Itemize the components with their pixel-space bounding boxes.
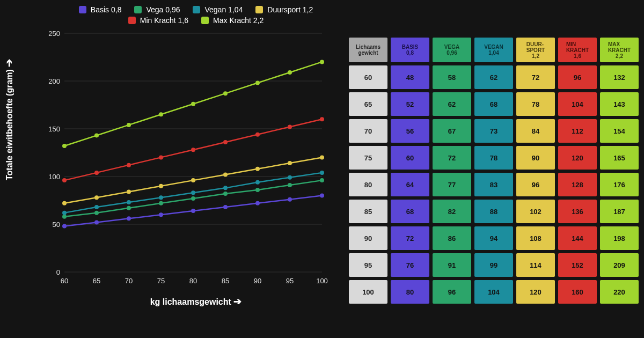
table-header: VEGA0,96 — [433, 38, 471, 62]
legend-swatch — [201, 17, 209, 24]
table-cell: 82 — [433, 200, 471, 223]
table-cell: 120 — [516, 280, 555, 304]
table-cell: 209 — [600, 253, 639, 277]
table-weight-cell: 100 — [349, 280, 387, 304]
legend-item: Duursport 1,2 — [255, 5, 313, 14]
table-cell: 144 — [558, 226, 597, 250]
table-cell: 143 — [600, 92, 639, 116]
svg-point-23 — [320, 178, 324, 182]
table-cell: 94 — [474, 226, 513, 250]
svg-point-9 — [159, 212, 163, 217]
table-cell: 112 — [558, 119, 597, 143]
table-cell: 78 — [516, 92, 555, 116]
legend-swatch — [134, 6, 142, 13]
svg-point-16 — [94, 211, 99, 215]
table-cell: 120 — [558, 146, 597, 170]
svg-point-49 — [288, 124, 292, 129]
table-cell: 152 — [558, 253, 597, 277]
svg-point-58 — [288, 70, 292, 75]
y-tick: 200 — [39, 77, 60, 85]
svg-point-43 — [94, 171, 99, 175]
svg-point-22 — [288, 183, 292, 187]
table-cell: 99 — [474, 253, 513, 277]
table-cell: 96 — [558, 65, 597, 89]
svg-point-25 — [94, 205, 99, 209]
table-cell: 80 — [391, 280, 429, 304]
svg-point-41 — [320, 155, 324, 159]
svg-point-24 — [62, 211, 67, 215]
y-tick: 0 — [39, 268, 60, 276]
svg-point-44 — [127, 163, 131, 167]
svg-point-10 — [191, 209, 195, 213]
table-header: DUUR- SPORT1,2 — [516, 38, 555, 62]
table-cell: 96 — [516, 173, 555, 196]
table-cell: 128 — [558, 173, 597, 196]
table-cell: 62 — [474, 65, 513, 89]
legend-item: Vegan 1,04 — [193, 5, 243, 14]
svg-point-11 — [223, 205, 228, 209]
svg-point-51 — [62, 144, 67, 148]
table-cell: 102 — [516, 200, 555, 223]
table-cell: 108 — [516, 226, 555, 250]
table-cell: 58 — [433, 65, 471, 89]
arrow-icon: ➔ — [233, 296, 241, 307]
svg-point-34 — [94, 195, 99, 200]
table-cell: 198 — [600, 226, 639, 250]
x-tick: 65 — [93, 277, 100, 285]
x-axis-label: kg lichaamsgewicht ➔ — [21, 296, 338, 307]
table-header: BASIS0,8 — [391, 38, 429, 62]
svg-point-12 — [255, 201, 260, 205]
svg-point-28 — [191, 190, 195, 195]
table-header-weight: Lichaamsgewicht — [349, 38, 387, 62]
svg-point-35 — [127, 189, 131, 194]
legend-label: Min Kracht 1,6 — [140, 16, 188, 25]
svg-point-40 — [288, 161, 292, 165]
table-cell: 91 — [433, 253, 471, 277]
svg-point-27 — [159, 195, 163, 200]
table-cell: 77 — [433, 173, 471, 196]
y-tick: 100 — [39, 173, 60, 181]
legend-label: Max Kracht 2,2 — [213, 16, 264, 25]
svg-point-47 — [223, 140, 228, 144]
legend-label: Duursport 1,2 — [267, 5, 313, 14]
table-cell: 176 — [600, 173, 639, 196]
table-weight-cell: 60 — [349, 65, 387, 89]
svg-point-30 — [255, 180, 260, 185]
table-cell: 187 — [600, 200, 639, 223]
table-header: MAX KRACHT2,2 — [600, 38, 639, 62]
table-weight-cell: 80 — [349, 173, 387, 196]
svg-point-7 — [94, 220, 99, 224]
x-tick: 80 — [189, 277, 197, 285]
svg-point-8 — [127, 216, 131, 221]
y-tick: 250 — [39, 30, 60, 38]
table-cell: 132 — [600, 65, 639, 89]
table-weight-cell: 85 — [349, 200, 387, 223]
table-cell: 72 — [516, 65, 555, 89]
svg-point-39 — [255, 167, 260, 171]
table-cell: 220 — [600, 280, 639, 304]
table-cell: 48 — [391, 65, 429, 89]
table-cell: 114 — [516, 253, 555, 277]
legend-swatch — [255, 6, 263, 13]
table-weight-cell: 90 — [349, 226, 387, 250]
x-tick: 70 — [125, 277, 133, 285]
table-cell: 60 — [391, 146, 429, 170]
svg-point-6 — [62, 224, 67, 229]
legend-label: Basis 0,8 — [91, 5, 122, 14]
x-tick: 95 — [286, 277, 294, 285]
legend-swatch — [79, 6, 86, 13]
svg-point-54 — [159, 112, 163, 116]
legend-item: Min Kracht 1,6 — [128, 16, 188, 25]
legend-item: Basis 0,8 — [79, 5, 122, 14]
svg-point-19 — [191, 196, 195, 201]
table-cell: 165 — [600, 146, 639, 170]
table-header: VEGAN1,04 — [474, 38, 513, 62]
table-cell: 78 — [474, 146, 513, 170]
svg-point-36 — [159, 184, 163, 188]
table-cell: 104 — [558, 92, 597, 116]
legend-item: Max Kracht 2,2 — [201, 16, 264, 25]
svg-point-26 — [127, 200, 131, 204]
table-cell: 83 — [474, 173, 513, 196]
svg-point-57 — [255, 81, 260, 85]
table-cell: 64 — [391, 173, 429, 196]
